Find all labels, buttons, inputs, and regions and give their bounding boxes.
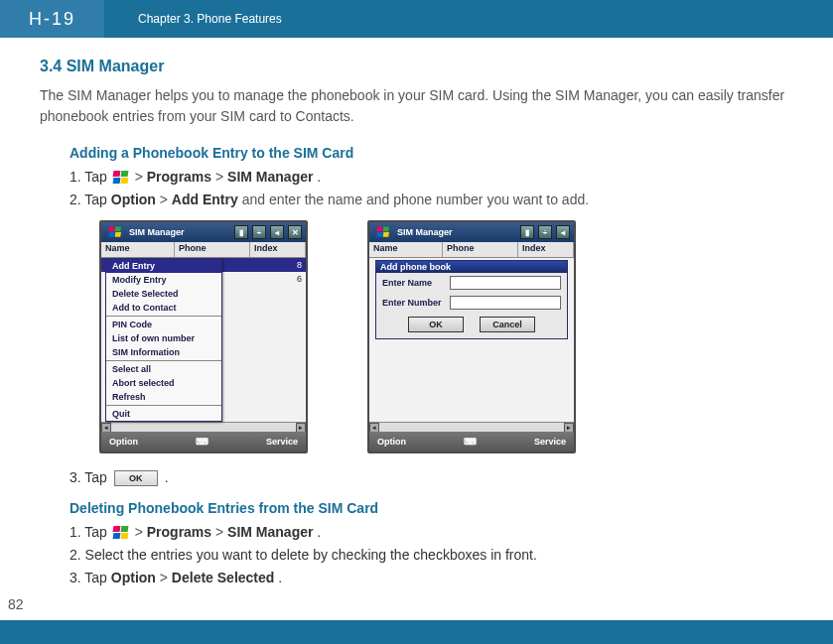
keyboard-icon[interactable]: ⌨ — [464, 437, 477, 447]
window-titlebar: SIM Manager ▮ ÷ ◂ — [369, 222, 574, 242]
windows-start-icon[interactable] — [377, 226, 390, 237]
menu-pin-code[interactable]: PIN Code — [106, 318, 221, 331]
menu-add-entry[interactable]: Add Entry — [106, 259, 221, 273]
text-option: Option — [111, 570, 156, 585]
text: > — [160, 570, 172, 585]
menu-own-number[interactable]: List of own number — [106, 331, 221, 345]
input-enter-name[interactable] — [450, 276, 561, 290]
col-phone[interactable]: Phone — [443, 242, 518, 257]
softkey-option[interactable]: Option — [109, 437, 138, 447]
add-phonebook-dialog: Add phone book Enter Name Enter Number O… — [375, 260, 568, 339]
menu-modify-entry[interactable]: Modify Entry — [106, 273, 221, 287]
network-icon[interactable]: ÷ — [538, 225, 552, 239]
text: 1. Tap — [69, 169, 111, 185]
volume-icon[interactable]: ◂ — [556, 225, 570, 239]
delete-entry-title: Deleting Phonebook Entries from the SIM … — [69, 500, 793, 516]
label-enter-number: Enter Number — [382, 298, 444, 308]
label-enter-name: Enter Name — [382, 278, 444, 288]
menu-abort-selected[interactable]: Abort selected — [106, 376, 221, 390]
col-phone[interactable]: Phone — [175, 242, 250, 257]
page-content: 3.4 SIM Manager The SIM Manager helps yo… — [0, 38, 833, 588]
dialog-row-name: Enter Name — [376, 273, 567, 293]
close-icon[interactable]: ✕ — [288, 225, 302, 239]
softkey-option[interactable]: Option — [377, 437, 406, 447]
text: > — [160, 192, 172, 207]
list-body: Arnold 67890 8 6 Add Entry Modify Entry … — [101, 258, 306, 422]
softkey-service[interactable]: Service — [534, 437, 566, 447]
softkey-bar: Option ⌨ Service — [101, 432, 306, 451]
ok-button-inline: OK — [114, 470, 158, 486]
col-name[interactable]: Name — [101, 242, 175, 257]
add-step-1: 1. Tap > Programs > SIM Manager . — [69, 167, 793, 188]
screenshot-sim-manager-menu: SIM Manager ▮ ÷ ◂ ✕ Name Phone Index Arn… — [99, 220, 308, 453]
col-name[interactable]: Name — [369, 242, 443, 257]
menu-quit[interactable]: Quit — [106, 407, 221, 421]
header-bar: H-19 Chapter 3. Phone Features — [0, 0, 833, 38]
list-body: Add phone book Enter Name Enter Number O… — [369, 258, 574, 422]
signal-icon[interactable]: ▮ — [234, 225, 248, 239]
page-number: 82 — [8, 596, 24, 612]
keyboard-icon[interactable]: ⌨ — [196, 437, 208, 447]
add-step-2: 2. Tap Option > Add Entry and enter the … — [69, 190, 793, 210]
cell-index: 8 — [250, 260, 306, 270]
softkey-bar: Option ⌨ Service — [369, 432, 574, 451]
text-sim-manager: SIM Manager — [227, 169, 313, 185]
add-entry-section-cont: 3. Tap OK . — [69, 467, 793, 488]
softkey-service[interactable]: Service — [266, 437, 298, 447]
menu-sim-info[interactable]: SIM Information — [106, 345, 221, 359]
text: > — [135, 524, 147, 540]
text: . — [317, 524, 321, 540]
menu-refresh[interactable]: Refresh — [106, 390, 221, 404]
logo: H-19 — [0, 0, 104, 38]
windows-start-icon — [113, 526, 129, 540]
text-programs: Programs — [147, 524, 211, 540]
col-index[interactable]: Index — [518, 242, 574, 257]
footer-bar — [0, 620, 833, 644]
cancel-button[interactable]: Cancel — [480, 317, 535, 332]
add-step-3: 3. Tap OK . — [69, 467, 793, 488]
text: . — [165, 469, 169, 485]
text: . — [317, 169, 321, 185]
text: . — [278, 570, 282, 585]
horizontal-scrollbar[interactable]: ◂ ▸ — [369, 422, 574, 432]
column-headers: Name Phone Index — [369, 242, 574, 258]
option-menu: Add Entry Modify Entry Delete Selected A… — [105, 258, 222, 422]
col-index[interactable]: Index — [250, 242, 306, 257]
horizontal-scrollbar[interactable]: ◂ ▸ — [101, 422, 306, 432]
window-title: SIM Manager — [397, 227, 516, 237]
dialog-title: Add phone book — [376, 261, 567, 273]
signal-icon[interactable]: ▮ — [520, 225, 534, 239]
network-icon[interactable]: ÷ — [252, 225, 266, 239]
menu-delete-selected[interactable]: Delete Selected — [106, 287, 221, 301]
dialog-buttons: OK Cancel — [376, 313, 567, 338]
text: > — [215, 524, 227, 540]
dialog-row-number: Enter Number — [376, 293, 567, 313]
text-delete-selected: Delete Selected — [172, 570, 275, 585]
ok-button[interactable]: OK — [408, 317, 464, 332]
delete-step-1: 1. Tap > Programs > SIM Manager . — [69, 522, 793, 543]
chapter-label: Chapter 3. Phone Features — [138, 12, 282, 26]
text: 3. Tap — [69, 469, 111, 485]
column-headers: Name Phone Index — [101, 242, 306, 258]
menu-select-all[interactable]: Select all — [106, 362, 221, 376]
delete-step-2: 2. Select the entries you want to delete… — [69, 545, 793, 566]
screenshot-add-phonebook-dialog: SIM Manager ▮ ÷ ◂ Name Phone Index Add p… — [367, 220, 576, 453]
text: 2. Tap — [69, 192, 111, 207]
menu-add-contact[interactable]: Add to Contact — [106, 301, 221, 315]
window-titlebar: SIM Manager ▮ ÷ ◂ ✕ — [101, 222, 306, 242]
section-title: 3.4 SIM Manager — [40, 58, 793, 75]
text: > — [135, 169, 147, 185]
cell-index: 6 — [250, 274, 306, 284]
delete-entry-section: Deleting Phonebook Entries from the SIM … — [69, 500, 793, 588]
windows-start-icon — [113, 171, 129, 185]
text: and enter the name and phone number you … — [242, 192, 589, 207]
add-entry-section: Adding a Phonebook Entry to the SIM Card… — [69, 145, 793, 210]
input-enter-number[interactable] — [450, 296, 561, 310]
text-add-entry: Add Entry — [172, 192, 238, 207]
volume-icon[interactable]: ◂ — [270, 225, 284, 239]
windows-start-icon[interactable] — [109, 226, 122, 237]
section-intro: The SIM Manager helps you to manage the … — [40, 85, 793, 127]
delete-step-3: 3. Tap Option > Delete Selected . — [69, 568, 793, 588]
add-entry-title: Adding a Phonebook Entry to the SIM Card — [69, 145, 793, 161]
text-programs: Programs — [147, 169, 211, 185]
